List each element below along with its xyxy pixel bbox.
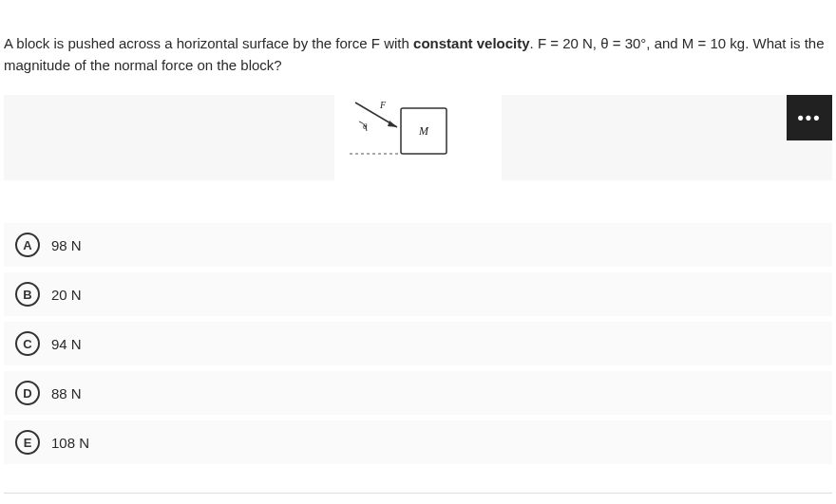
option-letter: C (15, 331, 40, 356)
option-text: 98 N (51, 237, 82, 253)
question-bold: constant velocity (413, 35, 530, 51)
answer-options: A 98 N B 20 N C 94 N D 88 N E 108 N (4, 223, 832, 464)
option-b[interactable]: B 20 N (4, 272, 832, 316)
option-text: 108 N (51, 435, 89, 451)
more-options-button[interactable]: ••• (787, 95, 832, 140)
option-text: 94 N (51, 336, 82, 352)
option-e[interactable]: E 108 N (4, 420, 832, 464)
ellipsis-icon: ••• (798, 108, 822, 128)
option-c[interactable]: C 94 N (4, 322, 832, 365)
question-prefix: A block is pushed across a horizontal su… (4, 35, 413, 51)
diagram-container: M F θ ••• (4, 95, 832, 180)
option-letter: E (15, 430, 40, 455)
option-text: 20 N (51, 287, 82, 303)
svg-marker-3 (388, 121, 397, 127)
option-letter: A (15, 233, 40, 257)
mass-label: M (418, 124, 429, 138)
section-divider (4, 493, 832, 494)
option-a[interactable]: A 98 N (4, 223, 832, 267)
angle-label: θ (363, 121, 368, 131)
option-text: 88 N (51, 385, 82, 401)
diagram-image: M F θ (334, 95, 502, 180)
option-letter: B (15, 282, 40, 307)
option-letter: D (15, 381, 40, 405)
physics-diagram: M F θ (334, 95, 502, 180)
question-text: A block is pushed across a horizontal su… (4, 33, 832, 76)
force-label: F (379, 100, 387, 110)
option-d[interactable]: D 88 N (4, 371, 832, 415)
